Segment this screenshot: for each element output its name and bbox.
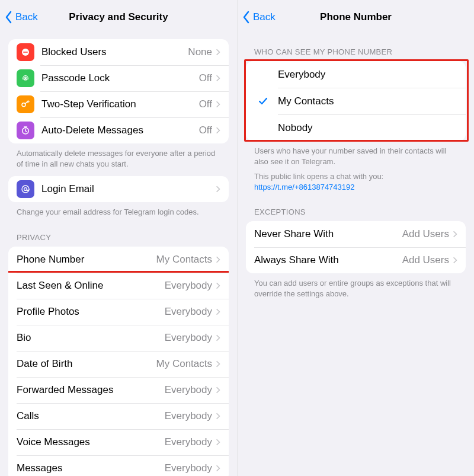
row-value: Everybody [165,462,212,474]
privacy-row-calls[interactable]: Calls Everybody [8,403,229,429]
radio-nobody[interactable]: Nobody [246,114,466,141]
row-value: Everybody [165,436,212,448]
row-label: Date of Birth [17,358,156,370]
privacy-row-phone-number[interactable]: Phone Number My Contacts [8,247,229,273]
privacy-group: Phone Number My ContactsLast Seen & Onli… [8,247,229,476]
finger-icon [17,69,34,87]
security-footer: Automatically delete messages for everyo… [0,143,237,171]
svg-point-4 [22,186,29,193]
privacy-header: PRIVACY [0,220,237,245]
row-label: Messages [17,462,165,474]
radio-everybody[interactable]: Everybody [246,61,466,88]
privacy-row-voice-messages[interactable]: Voice Messages Everybody [8,429,229,455]
row-value: Everybody [165,384,212,396]
radio-label: Everybody [278,69,325,81]
security-row-blocked-users[interactable]: Blocked Users None [8,39,229,65]
block-icon [17,43,34,61]
radio-my-contacts[interactable]: My Contacts [246,88,466,114]
privacy-row-messages[interactable]: Messages Everybody [8,455,229,476]
phone-number-screen: Back Phone Number WHO CAN SEE MY PHONE N… [238,0,474,476]
public-link-caption: This public link opens a chat with you: [254,172,383,181]
row-label: Auto-Delete Messages [41,124,199,136]
row-label: Blocked Users [41,46,188,58]
row-value: Everybody [165,306,212,318]
svg-rect-1 [23,52,28,53]
at-icon [17,180,34,198]
exceptions-footer: You can add users or entire groups as ex… [238,273,474,301]
security-row-two-step-verification[interactable]: Two-Step Verification Off [8,91,229,117]
row-label: Forwarded Messages [17,384,165,396]
exceptions-header: EXCEPTIONS [238,194,474,220]
row-label: Never Share With [254,228,402,240]
page-title: Privacy and Security [5,11,232,23]
row-label: Passcode Lock [41,72,199,84]
radio-label: Nobody [278,122,313,134]
security-row-passcode-lock[interactable]: Passcode Lock Off [8,65,229,91]
exceptions-group: Never Share With Add UsersAlways Share W… [246,221,466,273]
row-label: Bio [17,332,165,344]
public-link[interactable]: https://t.me/+8613874743192 [254,183,355,191]
exception-row-always-share-with[interactable]: Always Share With Add Users [246,247,466,273]
privacy-row-profile-photos[interactable]: Profile Photos Everybody [8,299,229,325]
security-row-auto-delete-messages[interactable]: Auto-Delete Messages Off [8,117,229,143]
privacy-row-forwarded-messages[interactable]: Forwarded Messages Everybody [8,377,229,403]
privacy-row-date-of-birth[interactable]: Date of Birth My Contacts [8,351,229,377]
check-icon [254,97,272,106]
security-group: Blocked Users None Passcode Lock Off Two… [8,39,229,143]
row-value: My Contacts [156,254,212,266]
login-footer: Change your email address for Telegram l… [0,202,237,220]
who-can-see-group: Everybody My Contacts Nobody [246,61,466,141]
who-can-see-footer1: Users who have your number saved in thei… [238,141,474,169]
row-label: Last Seen & Online [17,280,165,292]
row-label: Login Email [41,183,212,195]
row-label: Phone Number [17,254,156,266]
row-value: Off [199,124,212,136]
radio-label: My Contacts [278,95,334,107]
row-label: Always Share With [254,254,402,266]
nav-bar: Back Phone Number [238,0,474,34]
key-icon [17,95,34,113]
row-label: Calls [17,410,165,422]
row-value: Add Users [402,228,449,240]
row-value: My Contacts [156,358,212,370]
page-title: Phone Number [242,11,469,23]
privacy-security-screen: Back Privacy and Security Blocked Users … [0,0,238,476]
row-label: Voice Messages [17,436,165,448]
row-value: None [188,46,212,58]
row-label: Profile Photos [17,306,165,318]
svg-point-5 [24,188,27,191]
row-value: Everybody [165,332,212,344]
exception-row-never-share-with[interactable]: Never Share With Add Users [246,221,466,247]
row-value: Off [199,72,212,84]
who-can-see-header: WHO CAN SEE MY PHONE NUMBER [238,34,474,60]
row-value: Everybody [165,410,212,422]
row-value: Everybody [165,280,212,292]
login-group: Login Email [8,176,229,202]
privacy-row-last-seen-online[interactable]: Last Seen & Online Everybody [8,273,229,299]
nav-bar: Back Privacy and Security [0,0,237,34]
row-value: Off [199,98,212,110]
row-label: Two-Step Verification [41,98,199,110]
timer-icon [17,122,34,139]
login-email-row[interactable]: Login Email [8,176,229,202]
privacy-row-bio[interactable]: Bio Everybody [8,325,229,351]
row-value: Add Users [402,254,449,266]
